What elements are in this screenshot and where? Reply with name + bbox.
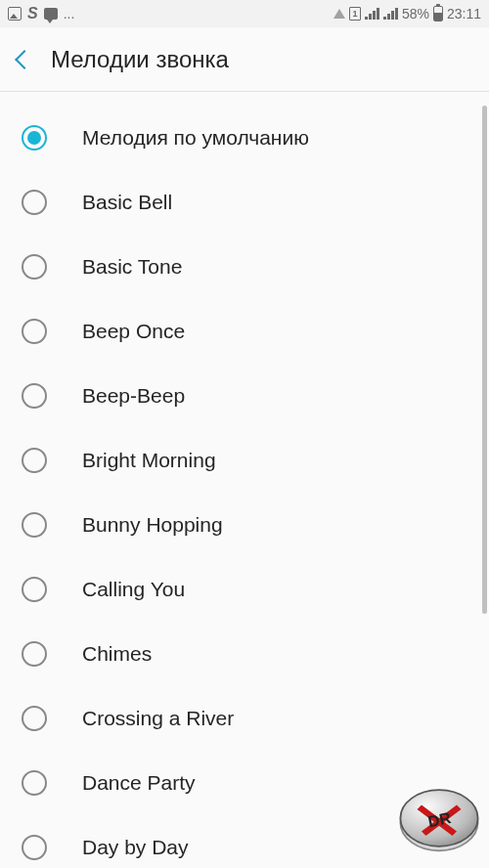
gallery-icon	[8, 7, 22, 21]
ringtone-item[interactable]: Calling You	[0, 557, 489, 622]
status-bar: S ... 1 58% 23:11	[0, 0, 489, 27]
notification-overflow: ...	[64, 6, 75, 22]
radio-unselected-icon[interactable]	[22, 512, 47, 538]
ringtone-label: Beep-Beep	[82, 384, 185, 408]
ringtone-label: Chimes	[82, 642, 152, 666]
ringtone-label: Beep Once	[82, 320, 185, 343]
clock: 23:11	[447, 6, 481, 22]
watermark-logo: DR	[395, 774, 483, 862]
battery-icon	[433, 6, 443, 22]
status-right: 1 58% 23:11	[333, 6, 481, 22]
radio-unselected-icon[interactable]	[22, 577, 47, 602]
radio-selected-icon[interactable]	[22, 125, 47, 151]
ringtone-label: Day by Day	[82, 836, 189, 859]
ringtone-item[interactable]: Beep-Beep	[0, 364, 489, 428]
radio-unselected-icon[interactable]	[22, 383, 47, 409]
chat-icon	[44, 8, 58, 20]
scrollbar[interactable]	[482, 106, 487, 614]
s-app-icon: S	[27, 5, 38, 22]
back-icon[interactable]	[15, 50, 34, 69]
radio-unselected-icon[interactable]	[22, 835, 47, 860]
ringtone-label: Basic Tone	[82, 255, 182, 279]
wifi-icon	[333, 9, 345, 19]
page-title: Мелодии звонка	[51, 46, 229, 73]
ringtone-item[interactable]: Bunny Hopping	[0, 493, 489, 557]
radio-unselected-icon[interactable]	[22, 770, 47, 796]
radio-unselected-icon[interactable]	[22, 319, 47, 344]
ringtone-label: Bunny Hopping	[82, 513, 223, 537]
ringtone-item-default[interactable]: Мелодия по умолчанию	[0, 106, 489, 170]
radio-unselected-icon[interactable]	[22, 190, 47, 215]
ringtone-list[interactable]: Мелодия по умолчанию Basic Bell Basic To…	[0, 92, 489, 868]
radio-unselected-icon[interactable]	[22, 641, 47, 667]
radio-unselected-icon[interactable]	[22, 706, 47, 731]
status-left: S ...	[8, 5, 74, 22]
ringtone-item[interactable]: Basic Bell	[0, 170, 489, 235]
ringtone-item[interactable]: Crossing a River	[0, 686, 489, 751]
ringtone-item[interactable]: Bright Morning	[0, 428, 489, 493]
ringtone-label: Мелодия по умолчанию	[82, 126, 309, 150]
signal-icon	[365, 8, 379, 20]
sim-card-icon: 1	[349, 7, 361, 21]
ringtone-label: Calling You	[82, 578, 185, 601]
battery-percent: 58%	[402, 6, 429, 22]
radio-unselected-icon[interactable]	[22, 254, 47, 280]
signal-icon-2	[383, 8, 398, 20]
ringtone-label: Dance Party	[82, 771, 196, 795]
app-bar: Мелодии звонка	[0, 27, 489, 92]
radio-unselected-icon[interactable]	[22, 448, 47, 473]
ringtone-label: Basic Bell	[82, 191, 172, 214]
ringtone-label: Bright Morning	[82, 449, 216, 472]
ringtone-item[interactable]: Beep Once	[0, 299, 489, 364]
ringtone-item[interactable]: Chimes	[0, 622, 489, 686]
ringtone-item[interactable]: Basic Tone	[0, 235, 489, 299]
ringtone-label: Crossing a River	[82, 707, 234, 730]
